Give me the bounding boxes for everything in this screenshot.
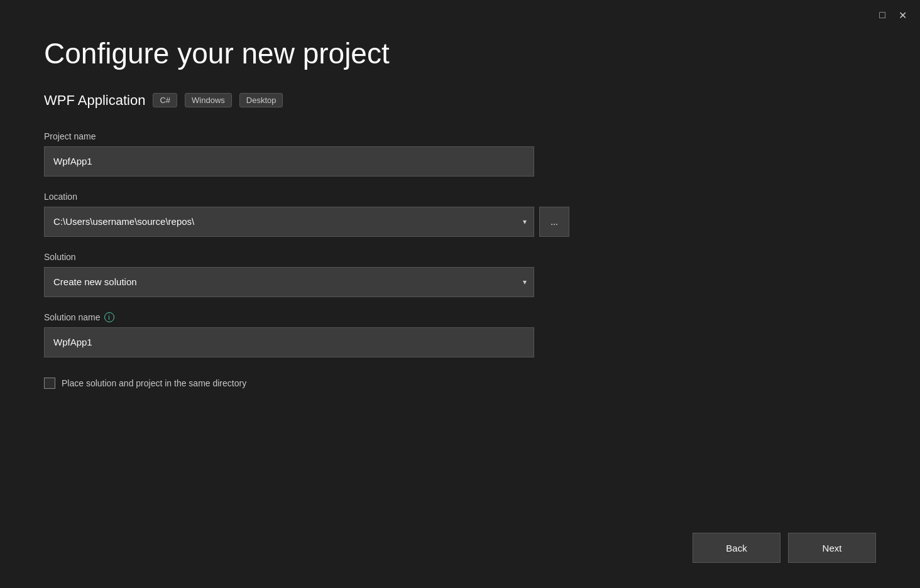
- maximize-button[interactable]: □: [872, 5, 892, 25]
- solution-label: Solution: [44, 252, 876, 262]
- project-name-section: Project name: [44, 131, 876, 177]
- solution-name-input[interactable]: [44, 327, 534, 357]
- same-directory-row: Place solution and project in the same d…: [44, 378, 876, 389]
- solution-section: Solution Create new solution Add to solu…: [44, 252, 876, 297]
- bottom-bar: Back Next: [44, 523, 876, 563]
- info-icon[interactable]: i: [104, 312, 114, 322]
- browse-button[interactable]: ...: [539, 207, 569, 237]
- back-button[interactable]: Back: [693, 533, 780, 563]
- project-name-input[interactable]: [44, 146, 534, 177]
- location-select[interactable]: C:\Users\username\source\repos\: [44, 207, 534, 237]
- project-type-name: WPF Application: [44, 92, 145, 109]
- tag-desktop: Desktop: [239, 93, 283, 107]
- same-directory-checkbox[interactable]: [44, 378, 55, 389]
- location-section: Location C:\Users\username\source\repos\…: [44, 192, 876, 237]
- same-directory-label[interactable]: Place solution and project in the same d…: [62, 378, 246, 388]
- close-button[interactable]: ✕: [892, 5, 912, 25]
- titlebar: □ ✕: [865, 0, 920, 30]
- solution-name-label-text: Solution name: [44, 312, 101, 322]
- spacer: [44, 389, 876, 523]
- solution-select-wrapper: Create new solution Add to solution Crea…: [44, 267, 534, 297]
- page-title: Configure your new project: [44, 38, 876, 70]
- next-button[interactable]: Next: [788, 533, 876, 563]
- location-label: Location: [44, 192, 876, 202]
- location-select-wrapper: C:\Users\username\source\repos\ ▾: [44, 207, 534, 237]
- solution-name-section: Solution name i: [44, 312, 876, 357]
- main-content: Configure your new project WPF Applicati…: [0, 0, 920, 588]
- project-name-label: Project name: [44, 131, 876, 141]
- tag-csharp: C#: [153, 93, 177, 107]
- tag-windows: Windows: [185, 93, 232, 107]
- location-row: C:\Users\username\source\repos\ ▾ ...: [44, 207, 876, 237]
- solution-select[interactable]: Create new solution Add to solution Crea…: [44, 267, 534, 297]
- project-type-row: WPF Application C# Windows Desktop: [44, 92, 876, 109]
- solution-name-label: Solution name i: [44, 312, 876, 322]
